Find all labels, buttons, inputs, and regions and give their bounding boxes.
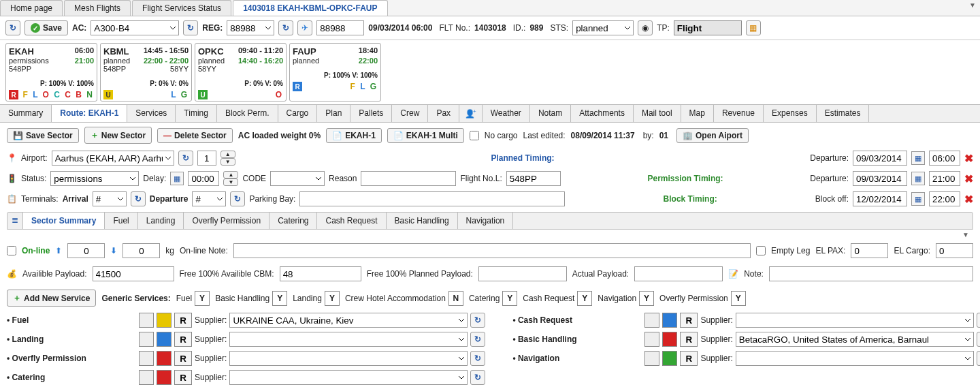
planned-payload-input[interactable] <box>478 266 567 281</box>
tab-cargo[interactable]: Cargo <box>278 105 318 122</box>
supplier-refresh-button[interactable] <box>470 332 485 347</box>
actual-payload-input[interactable] <box>634 266 723 281</box>
subtab-caret-icon[interactable]: ▼ <box>958 230 973 240</box>
avail-cbm-input[interactable] <box>280 266 361 281</box>
reg-refresh-button[interactable] <box>278 20 293 35</box>
plane-icon[interactable]: ✈ <box>297 20 312 35</box>
tab-add-person[interactable] <box>459 105 483 122</box>
service-r-button[interactable]: R <box>174 332 192 347</box>
delay-input[interactable] <box>188 171 219 186</box>
leg-card[interactable]: FAUP18:40 planned22:00 P: 100% V: 100% R… <box>289 43 381 102</box>
perm-dep-time[interactable] <box>929 171 960 186</box>
tab-mesh[interactable]: Mesh Flights <box>64 0 131 16</box>
empty-leg-checkbox[interactable] <box>756 246 766 255</box>
departure-select[interactable]: # <box>192 191 226 206</box>
service-color-box[interactable] <box>662 351 677 366</box>
online-checkbox[interactable] <box>7 246 16 255</box>
leg-status-select[interactable]: permissions <box>50 171 139 186</box>
supplier-select[interactable] <box>229 370 468 385</box>
doc-ekah-button[interactable]: EKAH-1 <box>326 128 382 143</box>
subtab-cash-request[interactable]: Cash Request <box>317 213 386 229</box>
supplier-refresh-button[interactable] <box>470 313 485 328</box>
generic-service-toggle[interactable]: N <box>448 291 463 306</box>
reason-input[interactable] <box>361 171 456 186</box>
supplier-refresh-button[interactable] <box>977 351 980 366</box>
tab-services[interactable]: Services <box>127 105 176 122</box>
new-sector-button[interactable]: New Sector <box>84 127 152 144</box>
ac-refresh-button[interactable] <box>183 20 198 35</box>
leg-card[interactable]: EKAH06:00 permissions21:00 548PP P: 100%… <box>5 43 97 102</box>
fuel-down-input[interactable] <box>122 243 160 258</box>
calendar-icon[interactable] <box>911 151 925 165</box>
tab-plan[interactable]: Plan <box>317 105 350 122</box>
subtab-fuel[interactable]: Fuel <box>105 213 137 229</box>
delete-sector-button[interactable]: Delete Sector <box>157 128 233 143</box>
supplier-select[interactable]: UKRAINE CAA, Ukraine, Kiev <box>229 313 468 328</box>
supplier-select[interactable] <box>736 313 974 328</box>
service-status-box[interactable] <box>139 351 154 366</box>
block-time[interactable] <box>929 191 960 206</box>
arrival-refresh-button[interactable] <box>131 191 146 206</box>
subtab-navigation[interactable]: Navigation <box>458 213 514 229</box>
perm-dep-date[interactable] <box>853 171 907 186</box>
supplier-refresh-button[interactable] <box>470 370 485 385</box>
calendar-icon[interactable] <box>911 172 925 185</box>
service-color-box[interactable] <box>157 351 172 366</box>
no-cargo-checkbox[interactable] <box>470 131 479 140</box>
avail-payload-input[interactable] <box>93 266 174 281</box>
tab-mail-tool[interactable]: Mail tool <box>634 105 681 122</box>
delay-cal-icon[interactable] <box>170 172 184 185</box>
service-status-box[interactable] <box>139 370 154 385</box>
refresh-button[interactable] <box>5 20 20 35</box>
service-status-box[interactable] <box>644 313 659 328</box>
tab-map[interactable]: Map <box>681 105 714 122</box>
supplier-select[interactable]: BetacaRGO, United States of America, Bar… <box>736 332 974 347</box>
plane-input[interactable] <box>316 20 364 35</box>
service-r-button[interactable]: R <box>680 332 698 347</box>
tab-attachments[interactable]: Attachments <box>571 105 634 122</box>
status-select[interactable]: planned <box>572 20 634 35</box>
delay-up-button[interactable]: ▲ <box>223 171 238 178</box>
aircraft-select[interactable]: A300-B4 <box>91 20 179 35</box>
departure-refresh-button[interactable] <box>230 191 245 206</box>
subtab-sector-summary[interactable]: Sector Summary <box>23 213 105 229</box>
delete-icon[interactable]: ✖ <box>964 152 973 165</box>
service-status-box[interactable] <box>644 351 659 366</box>
service-r-button[interactable]: R <box>680 313 698 328</box>
service-r-button[interactable]: R <box>174 370 192 385</box>
service-status-box[interactable] <box>139 332 154 347</box>
tab-menu-caret-icon[interactable]: ▼ <box>965 0 980 16</box>
airport-select[interactable]: Aarhus (EKAH, AAR) Aarhu <box>52 151 174 166</box>
doc-ekah-multi-button[interactable]: EKAH-1 Multi <box>387 128 464 143</box>
airport-num-input[interactable] <box>197 151 216 166</box>
delay-down-button[interactable]: ▼ <box>223 178 238 186</box>
service-color-box[interactable] <box>662 313 677 328</box>
parking-bay-input[interactable] <box>299 191 565 206</box>
generic-service-toggle[interactable]: Y <box>731 291 746 306</box>
service-status-box[interactable] <box>644 332 659 347</box>
airport-refresh-button[interactable] <box>178 151 193 166</box>
tab-summary[interactable]: Summary <box>0 105 52 122</box>
leg-card[interactable]: OPKC09:40 - 11:20 planned14:40 - 16:20 5… <box>195 43 287 102</box>
tab-pax[interactable]: Pax <box>428 105 459 122</box>
supplier-refresh-button[interactable] <box>977 313 980 328</box>
add-new-service-button[interactable]: Add New Service <box>7 290 96 307</box>
tab-flight-services[interactable]: Flight Services Status <box>132 0 231 16</box>
generic-service-toggle[interactable]: Y <box>502 291 517 306</box>
block-date[interactable] <box>853 191 907 206</box>
tp-aux-button[interactable]: ▦ <box>746 20 761 35</box>
note-input[interactable] <box>769 266 973 281</box>
subtab-basic-handling[interactable]: Basic Handling <box>387 213 458 229</box>
tab-route-ekah-1[interactable]: Route: EKAH-1 <box>52 105 127 122</box>
service-color-box[interactable] <box>157 313 172 328</box>
service-r-button[interactable]: R <box>174 351 192 366</box>
service-color-box[interactable] <box>662 332 677 347</box>
tab-weather[interactable]: Weather <box>483 105 530 122</box>
planned-dep-time[interactable] <box>929 151 960 166</box>
tab-revenue[interactable]: Revenue <box>714 105 764 122</box>
flnol-input[interactable] <box>506 171 561 186</box>
elcargo-input[interactable] <box>936 243 973 258</box>
num-up-button[interactable]: ▲ <box>220 151 235 158</box>
code-select[interactable] <box>270 171 325 186</box>
generic-service-toggle[interactable]: Y <box>639 291 654 306</box>
